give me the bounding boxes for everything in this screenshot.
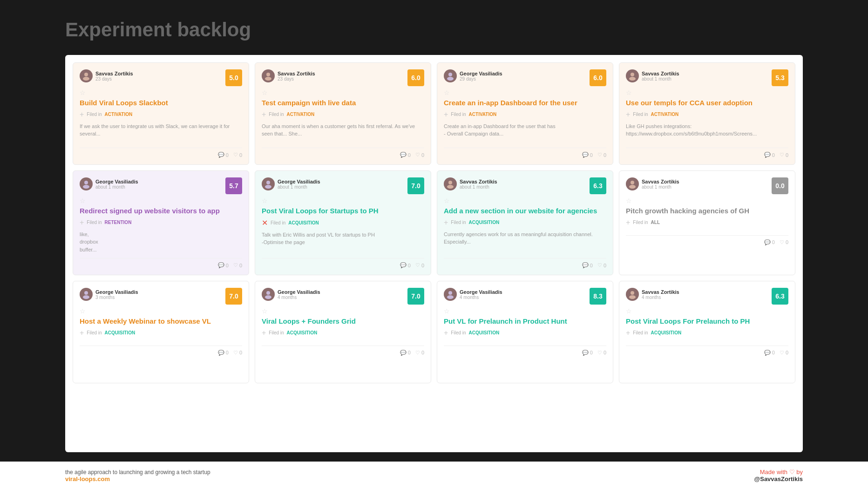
user-info: George Vasiliadis 3 months [95, 289, 138, 300]
card-user: Savvas Zortikis about 1 month [444, 177, 497, 190]
like-count: 0 [421, 263, 424, 268]
card-user: George Vasiliadis about 1 month [80, 177, 138, 190]
star-icon[interactable]: ☆ [626, 89, 788, 96]
heart-icon: ♡ [233, 350, 238, 356]
add-icon[interactable]: + [262, 329, 266, 337]
filed-row: + Filed in ACTIVATION [262, 110, 424, 119]
filed-tag: ACQUISITION [469, 330, 500, 335]
star-icon[interactable]: ☆ [262, 89, 424, 96]
avatar [80, 177, 93, 190]
svg-point-18 [266, 291, 270, 295]
comment-count: 0 [408, 350, 411, 355]
heart-icon: ♡ [233, 262, 238, 268]
user-name: George Vasiliadis [95, 289, 138, 295]
card: Savvas Zortikis about 1 month 6.3 ☆ Add … [437, 170, 613, 275]
user-name: Savvas Zortikis [460, 179, 497, 184]
score-badge: 7.0 [407, 177, 424, 194]
add-icon[interactable]: + [80, 329, 84, 337]
star-icon[interactable]: ☆ [626, 307, 788, 315]
svg-point-11 [265, 185, 271, 189]
add-icon[interactable]: + [262, 110, 266, 119]
add-icon[interactable]: + [444, 110, 448, 119]
add-icon[interactable]: + [626, 329, 630, 337]
footer-link[interactable]: viral-loops.com [65, 475, 210, 482]
card: George Vasiliadis about 1 month 7.0 ☆ Po… [255, 170, 431, 275]
svg-point-20 [448, 291, 452, 295]
comment-count: 0 [590, 152, 593, 158]
card-footer: 💬 0 ♡ 0 [626, 148, 788, 158]
heart-icon: ♡ [780, 152, 784, 158]
like-stat: ♡ 0 [233, 262, 242, 268]
svg-point-21 [447, 295, 454, 299]
add-icon[interactable]: + [626, 218, 630, 227]
add-icon[interactable]: + [444, 218, 448, 227]
add-icon[interactable]: + [80, 110, 84, 119]
like-stat: ♡ 0 [415, 152, 424, 158]
filed-row: + Filed in ACQUISITION [262, 329, 424, 337]
svg-point-7 [629, 77, 636, 81]
card-header: Savvas Zortikis 23 days 5.0 [80, 69, 242, 86]
user-info: Savvas Zortikis about 1 month [460, 179, 497, 190]
filed-label: Filed in [633, 220, 648, 225]
card-footer: 💬 0 ♡ 0 [444, 148, 606, 158]
star-icon[interactable]: ☆ [80, 307, 242, 315]
page-title: Experiment backlog [0, 0, 868, 55]
like-count: 0 [786, 152, 788, 158]
svg-point-22 [631, 291, 634, 295]
star-icon[interactable]: ☆ [80, 89, 242, 96]
comment-stat: 💬 0 [218, 350, 229, 356]
comment-stat: 💬 0 [764, 152, 775, 158]
user-info: George Vasiliadis 4 months [278, 289, 320, 300]
card-user: George Vasiliadis 3 months [80, 288, 138, 301]
add-icon[interactable]: + [444, 329, 448, 337]
card-footer: 💬 0 ♡ 0 [262, 346, 424, 356]
card: Savvas Zortikis about 1 month 5.3 ☆ Use … [619, 62, 795, 165]
star-icon[interactable]: ☆ [444, 307, 606, 315]
comment-stat: 💬 0 [400, 152, 411, 158]
comment-stat: 💬 0 [582, 262, 593, 268]
card-footer: 💬 0 ♡ 0 [80, 258, 242, 268]
comment-icon: 💬 [400, 262, 407, 268]
card-title: Use our templs for CCA user adoption [626, 98, 788, 108]
heart-icon: ♡ [233, 152, 238, 158]
avatar [262, 69, 275, 82]
star-icon[interactable]: ☆ [262, 307, 424, 315]
star-icon[interactable]: ☆ [444, 89, 606, 96]
star-icon[interactable]: ☆ [262, 197, 424, 204]
add-icon[interactable]: + [80, 218, 84, 227]
filed-row: + Filed in ACQUISITION [80, 329, 242, 337]
comment-stat: 💬 0 [218, 262, 229, 268]
card-header: George Vasiliadis about 1 month 7.0 [262, 177, 424, 194]
avatar [626, 177, 639, 190]
comment-count: 0 [226, 263, 229, 268]
comment-icon: 💬 [582, 152, 589, 158]
card-title: Build Viral Loops Slackbot [80, 98, 242, 108]
comment-count: 0 [408, 263, 411, 268]
comment-count: 0 [772, 239, 775, 245]
svg-point-19 [265, 295, 271, 299]
avatar [262, 177, 275, 190]
star-icon[interactable]: ☆ [626, 197, 788, 204]
user-time: about 1 month [278, 184, 320, 190]
score-badge: 6.3 [590, 177, 606, 194]
star-icon[interactable]: ☆ [444, 197, 606, 204]
user-time: about 1 month [642, 184, 679, 190]
filed-label: Filed in [633, 330, 648, 335]
card-body: Our aha moment is when a customer gets h… [262, 122, 424, 143]
svg-point-9 [83, 185, 89, 189]
like-stat: ♡ 0 [597, 262, 606, 268]
filed-tag: ACTIVATION [651, 112, 679, 117]
star-icon[interactable]: ☆ [80, 197, 242, 204]
user-name: Savvas Zortikis [278, 71, 315, 76]
card-user: George Vasiliadis about 1 month [262, 177, 320, 190]
card: George Vasiliadis 4 months 8.3 ☆ Put VL … [437, 281, 613, 383]
like-count: 0 [421, 152, 424, 158]
filed-row: + Filed in ACQUISITION [444, 218, 606, 227]
add-icon[interactable]: + [626, 110, 630, 119]
card-user: Savvas Zortikis 4 months [626, 288, 679, 301]
user-time: 29 days [460, 76, 502, 82]
card: Savvas Zortikis 4 months 6.3 ☆ Post Vira… [619, 281, 795, 383]
card-footer: 💬 0 ♡ 0 [444, 346, 606, 356]
card: Savvas Zortikis 23 days 6.0 ☆ Test campa… [255, 62, 431, 165]
svg-point-16 [84, 291, 88, 295]
